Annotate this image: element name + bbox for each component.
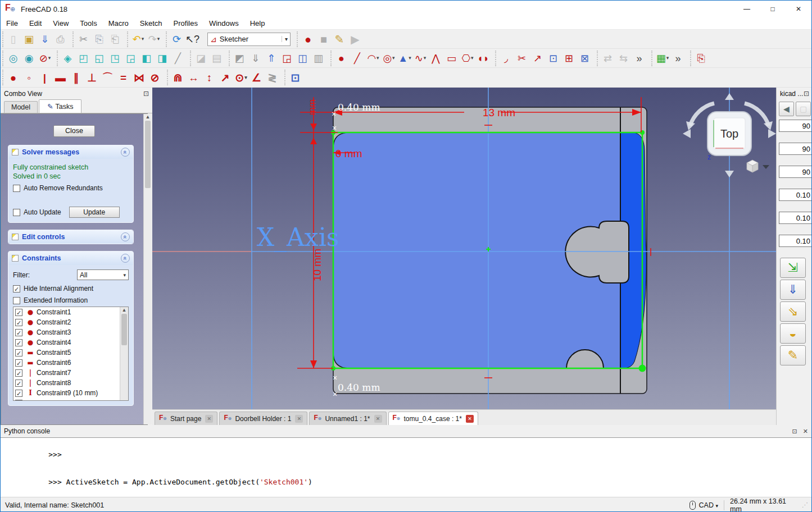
python-console-body[interactable]: >>> >>> ActiveSketch = App.ActiveDocumen… <box>1 437 811 497</box>
kicad-export-db-button[interactable]: ◒ <box>780 323 806 344</box>
kicad-rotation-field[interactable] <box>779 212 812 224</box>
filter-select[interactable]: All ▾ <box>77 269 129 280</box>
macro-stop-icon[interactable]: ■ <box>316 31 332 47</box>
create-point-icon[interactable]: ● <box>334 51 350 66</box>
constrain-horizontal-icon[interactable]: ▬ <box>53 70 69 85</box>
constrain-snells-law-icon[interactable]: ≷ <box>265 70 280 85</box>
validate-sketch-icon[interactable]: ◲ <box>279 51 295 66</box>
whats-this-icon[interactable]: ↖? <box>185 31 201 47</box>
constraint-row[interactable]: ✓ | Constraint7 <box>13 368 128 378</box>
constraint-row[interactable]: ✓ ● Constraint3 <box>13 327 128 337</box>
constraint-checkbox[interactable]: ✓ <box>15 380 22 387</box>
fillet-icon[interactable]: ◞ <box>498 51 514 66</box>
refresh-icon[interactable]: ⟳ <box>169 31 185 47</box>
update-button[interactable]: Update <box>69 207 120 218</box>
view-front-icon[interactable]: ◰ <box>76 51 92 66</box>
sketch-vertex[interactable] <box>640 130 645 135</box>
constraint-checkbox[interactable]: ✓ <box>15 359 22 367</box>
document-tab[interactable]: F⊕ Doorbell Holder : 1 ✕ <box>219 412 307 425</box>
construction-mode-icon[interactable]: ⊠ <box>577 51 593 66</box>
cut-icon[interactable]: ✂ <box>76 31 92 47</box>
document-tab[interactable]: F⊕ Start page ✕ <box>155 412 217 425</box>
menu-item[interactable]: View <box>47 18 74 29</box>
menu-item[interactable]: Windows <box>203 18 244 29</box>
constraint-row[interactable]: ✓ Ⅰ Constraint10 (13 mm) <box>13 398 128 401</box>
undo-icon[interactable]: ↶▾ <box>130 31 146 47</box>
kicad-rotation-field[interactable] <box>779 189 812 201</box>
fit-all-icon[interactable]: ◎ <box>6 51 21 66</box>
hide-internal-alignment-row[interactable]: ✓ Hide Internal Alignment <box>13 285 129 292</box>
constraint-row[interactable]: ✓ ● Constraint2 <box>13 317 128 327</box>
constrain-symmetric-icon[interactable]: ⋈ <box>131 70 147 85</box>
kicad-push-models-button[interactable]: ⇓ <box>780 280 806 300</box>
create-slot-icon[interactable]: ◖◗ <box>475 51 491 66</box>
constraint-row[interactable]: ✓ ▬ Constraint5 <box>13 348 128 358</box>
constrain-point-on-object-icon[interactable]: ◦ <box>21 70 37 85</box>
auto-remove-redundants-checkbox[interactable] <box>13 185 20 192</box>
scrollbar-thumb[interactable] <box>145 121 151 188</box>
kicad-back-button[interactable]: ◀ <box>779 102 794 116</box>
toolbar-overflow2-icon[interactable]: » <box>670 51 686 66</box>
float-panel-icon[interactable]: ⊡ <box>804 90 809 98</box>
zero-dimension-label[interactable]: 0 mm <box>335 148 362 159</box>
macro-record-icon[interactable]: ● <box>300 31 316 47</box>
view-top-icon[interactable]: ◱ <box>92 51 107 66</box>
menu-item[interactable]: Help <box>244 18 271 29</box>
menu-item[interactable]: Tools <box>74 18 102 29</box>
part-boolean-icon[interactable]: ◪ <box>193 51 209 66</box>
sketch-vertex-selected[interactable] <box>639 365 646 372</box>
kicad-blank-button[interactable]: ▢ <box>796 102 811 116</box>
constraint-checkbox[interactable]: ✓ <box>15 309 22 316</box>
menu-item[interactable]: Macro <box>103 18 134 29</box>
render-order-icon[interactable]: ⎘ <box>693 51 709 66</box>
select-constraints-icon[interactable]: ⇄ <box>600 51 616 66</box>
resize-grip[interactable]: ⋰ <box>802 501 808 509</box>
view-bottom-icon[interactable]: ◧ <box>139 51 155 66</box>
constrain-parallel-icon[interactable]: ∥ <box>69 70 84 85</box>
width-dimension-label[interactable]: 13 mm <box>483 107 515 118</box>
constrain-distance-icon[interactable]: ↗ <box>217 70 233 85</box>
constraint-checkbox[interactable]: ✓ <box>15 319 22 326</box>
hide-internal-alignment-checkbox[interactable]: ✓ <box>13 285 20 292</box>
menu-item[interactable]: Profiles <box>168 18 203 29</box>
tab-close-icon[interactable]: ✕ <box>466 415 474 423</box>
merge-sketch-icon[interactable]: ◫ <box>295 51 311 66</box>
print-icon[interactable]: ⎙ <box>53 31 69 47</box>
folder-icon[interactable]: ▤ <box>209 51 225 66</box>
workbench-selector[interactable]: ⊿ Sketcher ▾ <box>207 33 291 46</box>
menu-item[interactable]: File <box>1 18 24 29</box>
constrain-equal-icon[interactable]: = <box>116 70 131 85</box>
solver-messages-header[interactable]: Solver messages « <box>8 145 133 159</box>
copy-icon[interactable]: ⎘ <box>92 31 107 47</box>
close-button[interactable]: ✕ <box>786 1 811 17</box>
constrain-angle-icon[interactable]: ∠ <box>249 70 265 85</box>
extend-icon[interactable]: ↗ <box>530 51 546 66</box>
tab-close-icon[interactable]: ✕ <box>374 415 382 423</box>
trim-icon[interactable]: ✂ <box>514 51 530 66</box>
constraint-checkbox[interactable]: ✓ <box>15 339 22 346</box>
scrollbar-thumb[interactable] <box>121 314 127 345</box>
constrain-radius-icon[interactable]: ⊙▾ <box>233 70 249 85</box>
nav-style-dropdown-icon[interactable] <box>763 165 769 169</box>
constrain-vertical-distance-icon[interactable]: ↕ <box>202 70 217 85</box>
constrain-horizontal-distance-icon[interactable]: ↔ <box>186 70 202 85</box>
close-task-button[interactable]: Close <box>53 125 95 137</box>
create-bspline-icon[interactable]: ∿▾ <box>412 51 428 66</box>
tab-tasks[interactable]: ✎Tasks <box>39 99 81 113</box>
carbon-copy-icon[interactable]: ⊞ <box>561 51 577 66</box>
nav-up-arrow-icon[interactable] <box>725 93 734 100</box>
constraint-row[interactable]: ✓ ▬ Constraint6 <box>13 358 128 368</box>
save-icon[interactable]: ⇓ <box>37 31 53 47</box>
kicad-edit-button[interactable]: ✎ <box>780 345 806 365</box>
edit-controls-header[interactable]: Edit controls « <box>8 230 133 244</box>
view-right-icon[interactable]: ◳ <box>107 51 123 66</box>
create-line-icon[interactable]: ╱ <box>350 51 365 66</box>
constraint-checkbox[interactable]: ✓ <box>15 329 22 336</box>
navigation-style-selector[interactable]: CAD ▾ <box>699 501 718 509</box>
document-tab[interactable]: F⊕ tomu_0.4_case : 1* ✕ <box>388 412 478 425</box>
maximize-button[interactable]: □ <box>760 1 786 17</box>
create-polyline-icon[interactable]: ⋀ <box>428 51 444 66</box>
kicad-rotation-field[interactable] <box>779 235 812 247</box>
constrain-perpendicular-icon[interactable]: ⊥ <box>84 70 100 85</box>
menu-item[interactable]: Edit <box>24 18 47 29</box>
